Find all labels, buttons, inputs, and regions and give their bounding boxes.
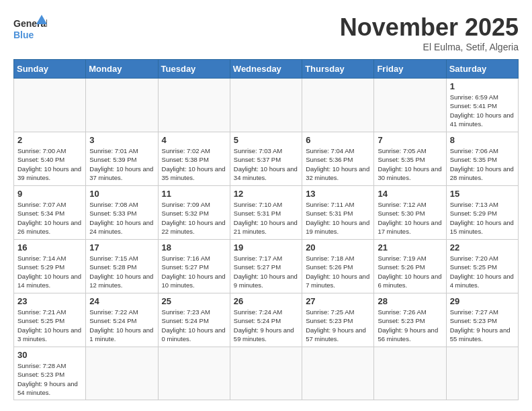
day-number: 22 — [450, 242, 515, 253]
day-info: Sunrise: 7:19 AM Sunset: 5:26 PM Dayligh… — [378, 254, 442, 289]
day-number: 26 — [234, 296, 298, 306]
calendar-cell — [158, 347, 230, 400]
day-number: 11 — [162, 189, 226, 199]
day-number: 27 — [306, 296, 370, 306]
header-day-sunday: Sunday — [14, 60, 86, 79]
day-number: 13 — [306, 189, 370, 199]
calendar-cell: 27Sunrise: 7:25 AM Sunset: 5:23 PM Dayli… — [302, 293, 374, 347]
day-info: Sunrise: 7:10 AM Sunset: 5:31 PM Dayligh… — [234, 200, 298, 236]
day-info: Sunrise: 7:15 AM Sunset: 5:28 PM Dayligh… — [89, 254, 154, 289]
header-day-saturday: Saturday — [446, 60, 518, 79]
calendar-cell: 4Sunrise: 7:02 AM Sunset: 5:38 PM Daylig… — [158, 132, 230, 186]
day-info: Sunrise: 6:59 AM Sunset: 5:41 PM Dayligh… — [450, 93, 515, 128]
calendar-cell — [230, 347, 302, 400]
calendar-cell — [14, 79, 86, 132]
day-number: 2 — [17, 135, 82, 145]
day-info: Sunrise: 7:27 AM Sunset: 5:23 PM Dayligh… — [450, 308, 515, 343]
day-info: Sunrise: 7:00 AM Sunset: 5:40 PM Dayligh… — [17, 146, 82, 182]
day-info: Sunrise: 7:21 AM Sunset: 5:25 PM Dayligh… — [17, 308, 82, 343]
calendar-table: SundayMondayTuesdayWednesdayThursdayFrid… — [13, 59, 519, 400]
day-info: Sunrise: 7:08 AM Sunset: 5:33 PM Dayligh… — [89, 200, 154, 236]
day-number: 24 — [89, 296, 154, 306]
calendar-cell — [374, 79, 446, 132]
calendar-cell: 3Sunrise: 7:01 AM Sunset: 5:39 PM Daylig… — [86, 132, 158, 186]
calendar-subtitle: El Eulma, Setif, Algeria — [340, 42, 519, 52]
day-number: 25 — [162, 296, 226, 306]
day-info: Sunrise: 7:03 AM Sunset: 5:37 PM Dayligh… — [234, 146, 298, 182]
logo-svg: General Blue — [13, 13, 47, 47]
day-info: Sunrise: 7:14 AM Sunset: 5:29 PM Dayligh… — [17, 254, 82, 289]
calendar-cell — [374, 347, 446, 400]
calendar-cell — [158, 79, 230, 132]
day-number: 5 — [234, 135, 298, 145]
day-info: Sunrise: 7:04 AM Sunset: 5:36 PM Dayligh… — [306, 146, 370, 182]
day-number: 16 — [17, 242, 82, 253]
day-info: Sunrise: 7:06 AM Sunset: 5:35 PM Dayligh… — [450, 146, 515, 182]
calendar-cell: 12Sunrise: 7:10 AM Sunset: 5:31 PM Dayli… — [230, 186, 302, 240]
calendar-cell: 21Sunrise: 7:19 AM Sunset: 5:26 PM Dayli… — [374, 240, 446, 293]
header-day-wednesday: Wednesday — [230, 60, 302, 79]
day-number: 12 — [234, 189, 298, 199]
day-info: Sunrise: 7:09 AM Sunset: 5:32 PM Dayligh… — [162, 200, 226, 236]
header-day-monday: Monday — [86, 60, 158, 79]
calendar-header-row: SundayMondayTuesdayWednesdayThursdayFrid… — [14, 60, 519, 79]
calendar-cell: 1Sunrise: 6:59 AM Sunset: 5:41 PM Daylig… — [446, 79, 518, 132]
calendar-cell — [302, 347, 374, 400]
day-info: Sunrise: 7:01 AM Sunset: 5:39 PM Dayligh… — [89, 146, 154, 182]
calendar-cell: 23Sunrise: 7:21 AM Sunset: 5:25 PM Dayli… — [14, 293, 86, 347]
day-number: 6 — [306, 135, 370, 145]
calendar-week-row: 16Sunrise: 7:14 AM Sunset: 5:29 PM Dayli… — [14, 240, 519, 293]
day-number: 3 — [89, 135, 154, 145]
day-number: 7 — [378, 135, 442, 145]
header-day-friday: Friday — [374, 60, 446, 79]
calendar-title: November 2025 — [340, 13, 519, 42]
day-number: 10 — [89, 189, 154, 199]
day-number: 28 — [378, 296, 442, 306]
calendar-cell: 2Sunrise: 7:00 AM Sunset: 5:40 PM Daylig… — [14, 132, 86, 186]
day-number: 14 — [378, 189, 442, 199]
calendar-cell: 6Sunrise: 7:04 AM Sunset: 5:36 PM Daylig… — [302, 132, 374, 186]
calendar-cell: 30Sunrise: 7:28 AM Sunset: 5:23 PM Dayli… — [14, 347, 86, 400]
day-number: 23 — [17, 296, 82, 306]
day-info: Sunrise: 7:20 AM Sunset: 5:25 PM Dayligh… — [450, 254, 515, 289]
day-number: 1 — [450, 81, 515, 91]
calendar-week-row: 30Sunrise: 7:28 AM Sunset: 5:23 PM Dayli… — [14, 347, 519, 400]
header: General Blue November 2025 El Eulma, Set… — [13, 13, 519, 52]
day-number: 19 — [234, 242, 298, 253]
header-day-thursday: Thursday — [302, 60, 374, 79]
day-info: Sunrise: 7:13 AM Sunset: 5:29 PM Dayligh… — [450, 200, 515, 236]
calendar-cell: 18Sunrise: 7:16 AM Sunset: 5:27 PM Dayli… — [158, 240, 230, 293]
day-info: Sunrise: 7:18 AM Sunset: 5:26 PM Dayligh… — [306, 254, 370, 289]
calendar-cell: 8Sunrise: 7:06 AM Sunset: 5:35 PM Daylig… — [446, 132, 518, 186]
day-info: Sunrise: 7:17 AM Sunset: 5:27 PM Dayligh… — [234, 254, 298, 289]
calendar-cell: 5Sunrise: 7:03 AM Sunset: 5:37 PM Daylig… — [230, 132, 302, 186]
day-info: Sunrise: 7:12 AM Sunset: 5:30 PM Dayligh… — [378, 200, 442, 236]
day-number: 29 — [450, 296, 515, 306]
calendar-week-row: 23Sunrise: 7:21 AM Sunset: 5:25 PM Dayli… — [14, 293, 519, 347]
calendar-cell: 7Sunrise: 7:05 AM Sunset: 5:35 PM Daylig… — [374, 132, 446, 186]
calendar-cell: 28Sunrise: 7:26 AM Sunset: 5:23 PM Dayli… — [374, 293, 446, 347]
day-number: 18 — [162, 242, 226, 253]
title-block: November 2025 El Eulma, Setif, Algeria — [340, 13, 519, 52]
calendar-cell — [86, 347, 158, 400]
day-info: Sunrise: 7:02 AM Sunset: 5:38 PM Dayligh… — [162, 146, 226, 182]
calendar-cell: 26Sunrise: 7:24 AM Sunset: 5:24 PM Dayli… — [230, 293, 302, 347]
calendar-cell: 19Sunrise: 7:17 AM Sunset: 5:27 PM Dayli… — [230, 240, 302, 293]
calendar-cell — [230, 79, 302, 132]
calendar-cell: 13Sunrise: 7:11 AM Sunset: 5:31 PM Dayli… — [302, 186, 374, 240]
calendar-cell: 16Sunrise: 7:14 AM Sunset: 5:29 PM Dayli… — [14, 240, 86, 293]
day-number: 15 — [450, 189, 515, 199]
calendar-cell — [446, 347, 518, 400]
calendar-cell: 15Sunrise: 7:13 AM Sunset: 5:29 PM Dayli… — [446, 186, 518, 240]
day-info: Sunrise: 7:28 AM Sunset: 5:23 PM Dayligh… — [17, 361, 82, 397]
calendar-cell: 17Sunrise: 7:15 AM Sunset: 5:28 PM Dayli… — [86, 240, 158, 293]
calendar-week-row: 9Sunrise: 7:07 AM Sunset: 5:34 PM Daylig… — [14, 186, 519, 240]
day-number: 21 — [378, 242, 442, 253]
calendar-cell: 24Sunrise: 7:22 AM Sunset: 5:24 PM Dayli… — [86, 293, 158, 347]
svg-text:Blue: Blue — [13, 30, 34, 40]
calendar-week-row: 1Sunrise: 6:59 AM Sunset: 5:41 PM Daylig… — [14, 79, 519, 132]
calendar-cell: 10Sunrise: 7:08 AM Sunset: 5:33 PM Dayli… — [86, 186, 158, 240]
day-number: 9 — [17, 189, 82, 199]
calendar-cell: 20Sunrise: 7:18 AM Sunset: 5:26 PM Dayli… — [302, 240, 374, 293]
day-info: Sunrise: 7:11 AM Sunset: 5:31 PM Dayligh… — [306, 200, 370, 236]
